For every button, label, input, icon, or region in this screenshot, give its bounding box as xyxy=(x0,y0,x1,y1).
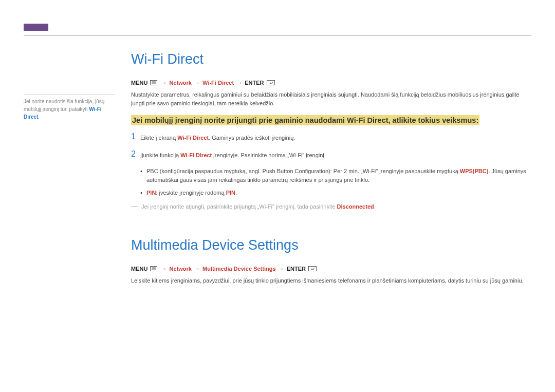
bullet1-a: PBC (konfigūracija paspaudus mygtuką, an… xyxy=(146,168,460,174)
bullet2-red1: PIN xyxy=(146,190,156,196)
step2-text-a: Įjunkite funkciją xyxy=(140,152,180,158)
path-network: Network xyxy=(170,266,192,272)
enter-icon xyxy=(308,266,317,272)
highlight-wrap: Jei mobilųjį įrenginį norite prijungti p… xyxy=(131,115,531,125)
step1-red: Wi-Fi Direct xyxy=(177,135,209,141)
note-red: Disconnected xyxy=(337,203,374,210)
header-accent-bar xyxy=(24,24,48,31)
menu-path-multimedia: MENU → Network → Multimedia Device Setti… xyxy=(131,266,531,272)
step2-text-b: įrenginyje. Pasirinkite norimą „Wi-Fi" į… xyxy=(212,152,326,158)
arrow-icon: → xyxy=(236,80,242,86)
bullet-list: PBC (konfigūracija paspaudus mygtuką, an… xyxy=(140,167,531,197)
bullet2-b: . xyxy=(235,190,237,196)
step-number: 1 xyxy=(131,133,140,141)
arrow-icon: → xyxy=(279,266,284,272)
svg-rect-9 xyxy=(309,266,317,271)
bullet-pbc: PBC (konfigūracija paspaudus mygtuką, an… xyxy=(140,167,531,184)
menu-path-wifi-direct: MENU → Network → Wi-Fi Direct → ENTER xyxy=(131,80,531,86)
menu-icon xyxy=(150,266,157,272)
step1-text-b: . Gaminys pradės ieškoti įrenginių. xyxy=(209,135,295,141)
bullet-pin: PIN: įveskite įrenginyje rodomą PIN. xyxy=(140,189,531,197)
step2-red: Wi-Fi Direct xyxy=(180,152,212,158)
svg-rect-4 xyxy=(267,81,274,85)
bullet1-red: WPS(PBC) xyxy=(460,168,489,174)
path-network: Network xyxy=(170,80,192,86)
main-content: Wi-Fi Direct MENU → Network → Wi-Fi Dire… xyxy=(131,51,531,292)
step-number: 2 xyxy=(131,150,140,158)
path-multimedia: Multimedia Device Settings xyxy=(202,266,275,272)
note-b: . xyxy=(374,203,376,210)
bullet2-a: : įveskite įrenginyje rodomą xyxy=(156,190,226,196)
section-title-wifi-direct: Wi-Fi Direct xyxy=(131,51,531,67)
intro-paragraph: Nustatykite parametrus, reikalingus gami… xyxy=(131,90,531,108)
enter-label: ENTER xyxy=(245,80,264,86)
menu-icon xyxy=(150,80,157,86)
steps-list: 1 Eikite į ekraną Wi-Fi Direct. Gaminys … xyxy=(131,133,531,159)
section-title-multimedia: Multimedia Device Settings xyxy=(131,237,531,253)
step1-text-a: Eikite į ekraną xyxy=(140,135,177,141)
arrow-icon: → xyxy=(161,80,167,86)
multimedia-body: Leiskite kitiems įrenginiams, pavyzdžiui… xyxy=(131,276,531,285)
step-2: 2 Įjunkite funkciją Wi-Fi Direct įrengin… xyxy=(131,150,531,160)
sidebar-text-b: . xyxy=(38,114,40,120)
arrow-icon: → xyxy=(194,80,200,86)
step-1: 1 Eikite į ekraną Wi-Fi Direct. Gaminys … xyxy=(131,133,531,142)
enter-label: ENTER xyxy=(287,266,306,272)
enter-icon xyxy=(267,80,275,86)
step-body: Įjunkite funkciją Wi-Fi Direct įrenginyj… xyxy=(140,150,326,160)
menu-label: MENU xyxy=(131,80,147,86)
step-body: Eikite į ekraną Wi-Fi Direct. Gaminys pr… xyxy=(140,133,295,142)
document-page: Jei norite naudotis šia funkcija, jūsų m… xyxy=(0,0,555,392)
header-rule xyxy=(24,35,531,35)
path-wifi-direct: Wi-Fi Direct xyxy=(202,80,234,86)
note-dash-icon: ― xyxy=(131,202,138,210)
note-a: Jei įrenginį norite atjungti, pasirinkit… xyxy=(141,203,337,210)
menu-label: MENU xyxy=(131,266,147,272)
bullet2-red2: PIN xyxy=(226,190,235,196)
arrow-icon: → xyxy=(161,266,167,272)
sidebar-note: Jei norite naudotis šia funkcija, jūsų m… xyxy=(24,98,115,121)
highlight-instruction: Jei mobilųjį įrenginį norite prijungti p… xyxy=(131,115,479,125)
disconnect-note: ― Jei įrenginį norite atjungti, pasirink… xyxy=(131,201,531,212)
sidebar-rule xyxy=(24,95,115,95)
arrow-icon: → xyxy=(194,266,200,272)
